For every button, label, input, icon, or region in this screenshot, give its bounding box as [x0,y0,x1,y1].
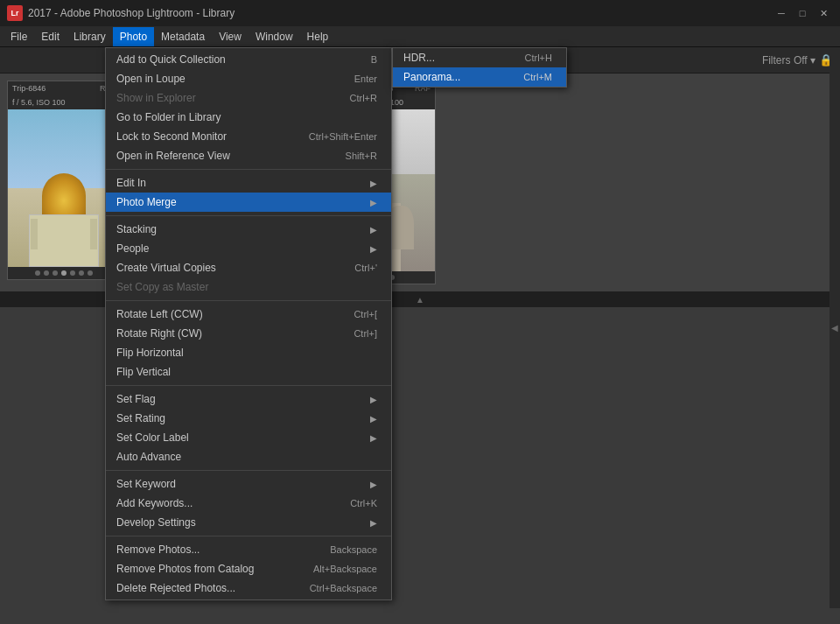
develop-settings-label: Develop Settings [116,516,196,529]
menu-people[interactable]: People ▶ [106,239,391,258]
delete-rejected-shortcut: Ctrl+Backspace [310,583,377,593]
rotate-right-shortcut: Ctrl+] [354,328,377,339]
menu-photo[interactable]: Photo [113,27,154,46]
menu-set-color-label[interactable]: Set Color Label ▶ [106,428,391,447]
set-rating-label: Set Rating [116,412,165,424]
set-keyword-arrow: ▶ [370,480,377,489]
add-keywords-shortcut: Ctrl+K [350,498,377,508]
stacking-arrow: ▶ [370,225,377,235]
divider-1 [106,169,391,170]
photo-name-1: Trip-6846 [12,84,46,93]
menu-set-rating[interactable]: Set Rating ▶ [106,409,391,428]
right-panel-arrow: ◀ [830,323,840,333]
set-copy-as-master-label: Set Copy as Master [116,281,208,293]
menu-flip-horizontal[interactable]: Flip Horizontal [106,343,391,362]
open-loupe-shortcut: Enter [354,74,377,84]
right-panel: ◀ [830,47,840,608]
flip-vertical-label: Flip Vertical [116,366,171,378]
photo-merge-arrow: ▶ [370,198,377,207]
set-color-label-label: Set Color Label [116,431,189,444]
create-virtual-copies-shortcut: Ctrl+' [354,263,377,273]
rotate-right-label: Rotate Right (CW) [116,327,202,340]
open-loupe-label: Open in Loupe [116,73,186,85]
minimize-button[interactable]: ─ [772,5,791,21]
set-keyword-label: Set Keyword [116,478,176,490]
set-flag-arrow: ▶ [370,395,377,404]
menu-set-flag[interactable]: Set Flag ▶ [106,389,391,409]
menu-show-explorer: Show in Explorer Ctrl+R [106,88,391,108]
add-keywords-label: Add Keywords... [116,497,192,509]
menu-go-to-folder[interactable]: Go to Folder in Library [106,108,391,127]
menu-metadata[interactable]: Metadata [154,27,212,46]
divider-2 [106,215,391,216]
window-title: 2017 - Adobe Photoshop Lightroom - Libra… [28,7,772,19]
menu-edit-in[interactable]: Edit In ▶ [106,173,391,193]
remove-photos-label: Remove Photos... [116,543,200,556]
menu-view[interactable]: View [212,27,248,46]
add-quick-collection-shortcut: B [371,54,377,65]
maximize-button[interactable]: □ [793,5,812,21]
menu-file[interactable]: File [4,27,34,46]
divider-4 [106,385,391,386]
menu-remove-from-catalog[interactable]: Remove Photos from Catalog Alt+Backspace [106,559,391,578]
menu-stacking[interactable]: Stacking ▶ [106,220,391,239]
submenu-panorama[interactable]: Panorama... Ctrl+M [393,67,566,87]
menu-set-copy-as-master: Set Copy as Master [106,277,391,297]
open-reference-view-shortcut: Shift+R [346,151,377,161]
photo-meta-1: Trip-6846 RAF [8,81,120,95]
develop-settings-arrow: ▶ [370,518,377,528]
menu-edit[interactable]: Edit [34,27,66,46]
lock-second-monitor-label: Lock to Second Monitor [116,130,227,143]
menu-remove-photos[interactable]: Remove Photos... Backspace [106,540,391,559]
menu-auto-advance[interactable]: Auto Advance [106,447,391,466]
menu-add-quick-collection[interactable]: Add to Quick Collection B [106,50,391,69]
title-bar: Lr 2017 - Adobe Photoshop Lightroom - Li… [0,0,840,26]
panorama-shortcut: Ctrl+M [523,72,552,82]
add-quick-collection-label: Add to Quick Collection [116,53,226,66]
lock-second-monitor-shortcut: Ctrl+Shift+Enter [309,131,377,142]
divider-5 [106,470,391,471]
menu-photo-merge[interactable]: Photo Merge ▶ [106,193,391,212]
submenu-hdr[interactable]: HDR... Ctrl+H [393,48,566,67]
menu-flip-vertical[interactable]: Flip Vertical [106,362,391,382]
menu-library[interactable]: Library [66,27,113,46]
delete-rejected-label: Delete Rejected Photos... [116,582,235,594]
hdr-label: HDR... [403,52,435,64]
menu-rotate-right[interactable]: Rotate Right (CW) Ctrl+] [106,324,391,343]
window-controls: ─ □ ✕ [772,5,833,21]
close-button[interactable]: ✕ [814,5,833,21]
show-explorer-shortcut: Ctrl+R [350,93,377,103]
menu-set-keyword[interactable]: Set Keyword ▶ [106,474,391,494]
menu-develop-settings[interactable]: Develop Settings ▶ [106,513,391,532]
menu-add-keywords[interactable]: Add Keywords... Ctrl+K [106,494,391,513]
photo-dropdown-menu: Add to Quick Collection B Open in Loupe … [105,47,392,600]
menu-help[interactable]: Help [300,27,336,46]
open-reference-view-label: Open in Reference View [116,150,230,162]
divider-3 [106,300,391,301]
edit-in-label: Edit In [116,177,146,189]
menu-rotate-left[interactable]: Rotate Left (CCW) Ctrl+[ [106,305,391,324]
app-icon: Lr [7,5,23,21]
photo-merge-label: Photo Merge [116,196,177,208]
filters-off-text: Filters Off ▾ [762,54,816,67]
menu-lock-second-monitor[interactable]: Lock to Second Monitor Ctrl+Shift+Enter [106,127,391,146]
edit-in-arrow: ▶ [370,179,377,188]
menu-open-loupe[interactable]: Open in Loupe Enter [106,69,391,88]
menu-open-reference-view[interactable]: Open in Reference View Shift+R [106,146,391,165]
menu-window[interactable]: Window [248,27,300,46]
filters-off-label[interactable]: Filters Off ▾ 🔒 [762,53,833,67]
people-arrow: ▶ [370,244,377,254]
photo-cell-1[interactable]: Trip-6846 RAF f / 5.6, ISO 100 [7,81,121,280]
set-color-label-arrow: ▶ [370,433,377,443]
menu-delete-rejected[interactable]: Delete Rejected Photos... Ctrl+Backspace [106,578,391,598]
photo-settings-1: f / 5.6, ISO 100 [12,98,66,107]
panorama-label: Panorama... [403,71,460,83]
photo-image-1 [8,109,120,267]
auto-advance-label: Auto Advance [116,451,181,463]
menu-create-virtual-copies[interactable]: Create Virtual Copies Ctrl+' [106,258,391,277]
photo-exposure-1: f / 5.6, ISO 100 [8,95,120,109]
photo-dots-1 [8,267,120,279]
bottom-arrow-icon[interactable]: ▲ [416,295,424,305]
remove-photos-shortcut: Backspace [330,544,377,555]
menu-bar: File Edit Library Photo Metadata View Wi… [0,26,840,47]
